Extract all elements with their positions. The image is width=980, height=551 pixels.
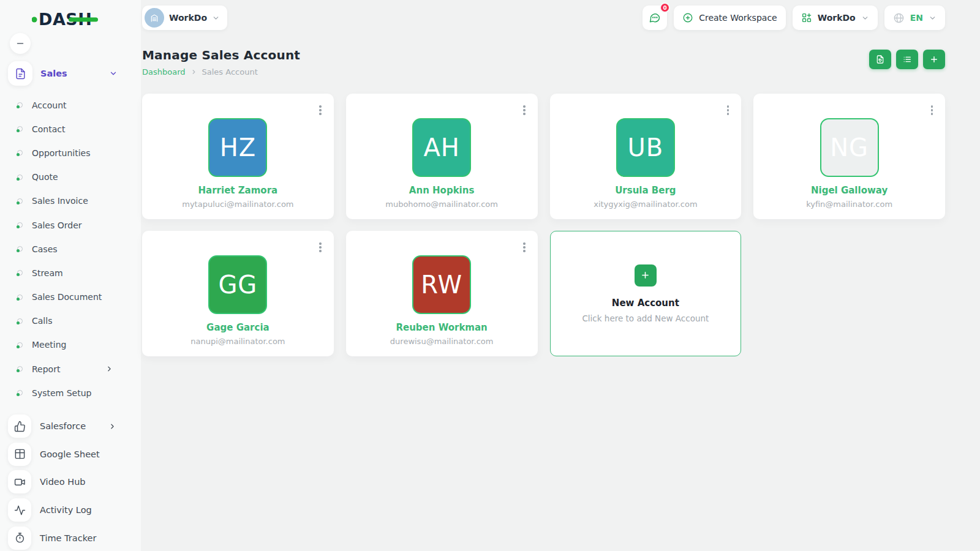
sidebar-item-contact[interactable]: Contact (0, 117, 141, 141)
export-accounts-button[interactable] (869, 50, 891, 69)
sidebar-module-google-sheet[interactable]: Google Sheet (0, 440, 141, 468)
module-item-label: Time Tracker (40, 533, 96, 543)
sidebar-sales-label: Sales (40, 69, 67, 78)
chevron-down-icon (109, 69, 118, 78)
avatar-initials: NG (830, 133, 869, 162)
kebab-menu-icon[interactable] (929, 103, 936, 118)
add-account-button[interactable] (923, 50, 945, 69)
module-item-label: Video Hub (40, 477, 86, 487)
account-card: UB Ursula Berg xitygyxig@mailinator.com (550, 94, 742, 219)
bullet-icon (17, 174, 23, 180)
account-card: NG Nigel Galloway kyfin@mailinator.com (753, 94, 945, 219)
account-card: HZ Harriet Zamora mytapuluci@mailinator.… (142, 94, 334, 219)
messages-count-badge: 0 (660, 2, 670, 13)
sidebar: DASH Sales Account (0, 0, 141, 551)
new-account-subtitle: Click here to add New Account (582, 313, 709, 323)
chevron-down-icon (212, 14, 220, 22)
account-name-link[interactable]: Nigel Galloway (811, 185, 888, 196)
sidebar-item-report[interactable]: Report (0, 357, 141, 381)
account-email: mytapuluci@mailinator.com (182, 200, 293, 209)
chevron-down-icon (861, 14, 869, 22)
submenu-item-label: Report (32, 364, 60, 374)
sidebar-item-quote[interactable]: Quote (0, 165, 141, 189)
app-menu-button[interactable]: WorkDo (793, 6, 878, 30)
account-name-link[interactable]: Ursula Berg (615, 185, 676, 196)
sidebar-item-sales-document[interactable]: Sales Document (0, 285, 141, 309)
chevron-down-icon (929, 14, 937, 22)
chevron-right-icon (105, 365, 113, 373)
sidebar-item-account[interactable]: Account (0, 93, 141, 117)
stopwatch-icon (8, 527, 31, 550)
bullet-icon (17, 102, 23, 108)
sidebar-module-activity-log[interactable]: Activity Log (0, 496, 141, 524)
dash-logo: DASH (32, 10, 99, 29)
kebab-menu-icon[interactable] (725, 103, 732, 118)
list-view-button[interactable] (896, 50, 918, 69)
avatar-initials: GG (218, 271, 257, 299)
account-name-link[interactable]: Harriet Zamora (198, 185, 278, 196)
new-account-card[interactable]: New Account Click here to add New Accoun… (550, 231, 742, 356)
module-item-label: Activity Log (40, 505, 92, 515)
account-name-link[interactable]: Reuben Workman (396, 322, 487, 333)
sidebar-item-meeting[interactable]: Meeting (0, 333, 141, 357)
messages-button[interactable]: 0 (643, 6, 667, 30)
bullet-icon (17, 198, 23, 204)
chevron-right-icon (190, 69, 197, 75)
globe-icon (893, 12, 905, 24)
account-email: mubohomo@mailinator.com (385, 200, 498, 209)
plus-icon (929, 54, 939, 64)
sidebar-item-stream[interactable]: Stream (0, 261, 141, 285)
sidebar-item-sales-order[interactable]: Sales Order (0, 213, 141, 237)
chat-icon (649, 12, 661, 24)
account-card: AH Ann Hopkins mubohomo@mailinator.com (346, 94, 538, 219)
topbar: WorkDo 0 (142, 0, 945, 36)
sidebar-item-system-setup[interactable]: System Setup (0, 381, 141, 405)
account-email: kyfin@mailinator.com (806, 200, 892, 209)
module-item-label: Salesforce (40, 421, 86, 431)
document-icon (8, 61, 32, 86)
workspace-selector-label: WorkDo (169, 13, 207, 23)
activity-icon (8, 498, 31, 522)
header-actions (869, 50, 945, 69)
kebab-menu-icon[interactable] (521, 240, 528, 255)
sidebar-item-calls[interactable]: Calls (0, 309, 141, 333)
create-workspace-button[interactable]: Create Workspace (674, 6, 786, 30)
workspace-selector[interactable]: WorkDo (142, 6, 227, 30)
kebab-menu-icon[interactable] (317, 103, 324, 118)
sidebar-item-cases[interactable]: Cases (0, 237, 141, 261)
sidebar-module-time-tracker[interactable]: Time Tracker (0, 524, 141, 551)
submenu-item-label: Meeting (32, 340, 66, 350)
account-name-link[interactable]: Ann Hopkins (409, 185, 475, 196)
bullet-icon (17, 246, 23, 252)
account-avatar: RW (412, 255, 471, 314)
sidebar-module-salesforce[interactable]: Salesforce (0, 412, 141, 440)
sidebar-module-video-hub[interactable]: Video Hub (0, 468, 141, 497)
avatar-initials: AH (423, 133, 459, 162)
submenu-item-label: Sales Order (32, 220, 82, 230)
account-name-link[interactable]: Gage Garcia (206, 322, 270, 333)
video-icon (8, 470, 31, 493)
account-email: durewisu@mailinator.com (390, 337, 494, 346)
submenu-item-label: Sales Invoice (32, 196, 88, 206)
submenu-item-label: Sales Document (32, 292, 102, 302)
submenu-item-label: System Setup (32, 388, 91, 398)
kebab-menu-icon[interactable] (317, 240, 324, 255)
account-email: nanupi@mailinator.com (190, 337, 285, 346)
bullet-icon (17, 318, 23, 324)
chevron-right-icon (108, 422, 116, 430)
sidebar-collapse-toggle[interactable] (10, 33, 31, 54)
topbar-right-cluster: 0 Create Workspace (643, 6, 945, 30)
kebab-menu-icon[interactable] (521, 103, 528, 118)
sidebar-item-opportunities[interactable]: Opportunities (0, 141, 141, 165)
breadcrumb: Dashboard Sales Account (142, 67, 300, 77)
sidebar-item-sales-invoice[interactable]: Sales Invoice (0, 189, 141, 213)
bullet-icon (17, 366, 23, 372)
account-avatar: UB (616, 118, 675, 177)
language-selector[interactable]: EN (884, 6, 945, 30)
breadcrumb-dashboard-link[interactable]: Dashboard (142, 67, 186, 77)
minus-icon (15, 38, 26, 49)
main-content: WorkDo 0 (141, 0, 980, 551)
account-avatar: GG (208, 255, 267, 314)
bullet-icon (17, 126, 23, 132)
sidebar-item-sales[interactable]: Sales (8, 61, 132, 86)
